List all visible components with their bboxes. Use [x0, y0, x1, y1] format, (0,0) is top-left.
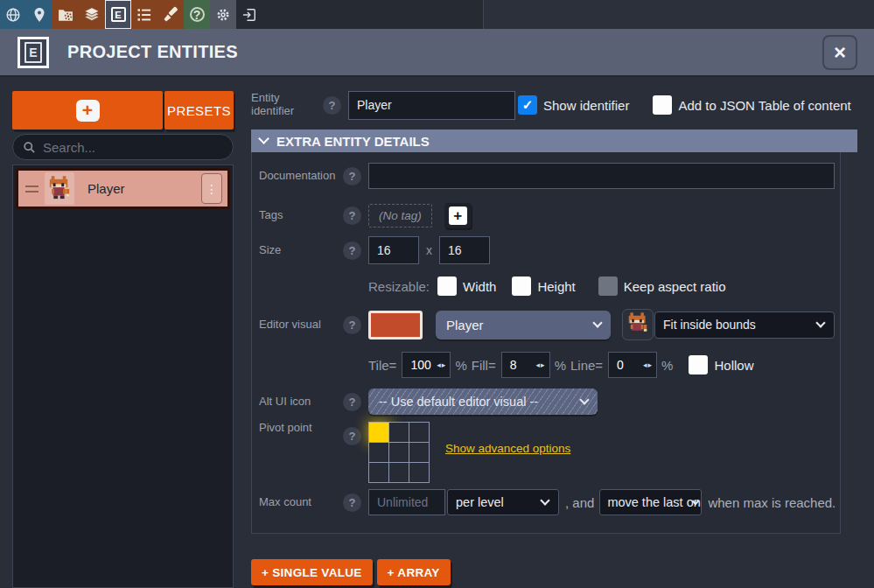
fill-opacity-input[interactable]: 8 ◂▸ — [501, 352, 550, 378]
chevron-down-icon — [579, 395, 589, 404]
settings-button[interactable] — [210, 0, 236, 29]
plus-icon: + — [76, 100, 100, 122]
pivot-help-icon[interactable]: ? — [343, 427, 361, 445]
entity-search[interactable]: Search... — [12, 134, 234, 160]
documentation-help-icon[interactable]: ? — [343, 167, 361, 186]
folder-gear-icon — [57, 6, 74, 24]
add-array-button[interactable]: + ARRAY — [377, 559, 451, 585]
documentation-row: Documentation ? — [252, 163, 840, 189]
max-count-row: Max count ? per level , and move the las… — [252, 489, 840, 515]
close-button[interactable]: × — [822, 35, 857, 70]
add-single-value-button[interactable]: + SINGLE VALUE — [251, 559, 373, 585]
identifier-row: Entity identifier ? ✓ Show identifier Ad… — [251, 89, 857, 121]
pivot-cell-middle-right[interactable] — [409, 443, 429, 462]
documentation-input[interactable] — [368, 163, 835, 189]
resizable-width-checkbox[interactable] — [437, 276, 457, 296]
show-advanced-options-link[interactable]: Show advanced options — [445, 442, 570, 455]
fill-opacity-value: 8 — [510, 358, 517, 372]
exit-button[interactable] — [236, 0, 262, 29]
alt-ui-help-icon[interactable]: ? — [343, 393, 361, 411]
pivot-cell-top-center[interactable] — [389, 423, 409, 442]
keep-aspect-checkbox[interactable] — [598, 276, 618, 296]
entities-logo-letter: E — [24, 42, 42, 63]
ellipsis-icon: ⋮ — [206, 182, 218, 196]
max-count-help-icon[interactable]: ? — [343, 494, 361, 512]
enums-button[interactable] — [131, 0, 157, 29]
layers-button[interactable] — [79, 0, 105, 29]
presets-button[interactable]: PRESETS — [164, 91, 234, 130]
percent-sign: % — [555, 358, 566, 373]
entities-icon: E — [111, 7, 126, 22]
list-icon — [136, 6, 153, 24]
search-placeholder: Search... — [43, 140, 95, 155]
hollow-label: Hollow — [714, 358, 753, 373]
checkmark-icon: ✓ — [522, 97, 534, 113]
pivot-cell-middle-left[interactable] — [369, 443, 388, 462]
extra-details-header[interactable]: EXTRA ENTITY DETAILS — [251, 130, 857, 152]
resizable-height-label: Height — [537, 279, 575, 294]
spinner-arrows-icon[interactable]: ◂▸ — [437, 360, 446, 369]
help-icon: ? — [190, 7, 205, 22]
add-entity-button[interactable]: + — [12, 91, 163, 130]
add-to-json-checkbox[interactable] — [653, 95, 672, 115]
show-identifier-checkbox[interactable]: ✓ — [518, 95, 537, 115]
no-tag-chip: (No tag) — [368, 204, 432, 228]
entity-color-swatch[interactable] — [368, 311, 423, 340]
resizable-height-checkbox[interactable] — [512, 276, 531, 296]
pivot-cell-center[interactable] — [389, 443, 409, 462]
pivot-cell-bottom-left[interactable] — [369, 463, 388, 482]
hollow-checkbox[interactable] — [689, 355, 708, 374]
pivot-cell-bottom-center[interactable] — [389, 463, 409, 482]
levels-button[interactable] — [26, 0, 52, 29]
entity-name: Player — [87, 181, 125, 196]
pivot-cell-bottom-right[interactable] — [409, 463, 429, 482]
tile-fit-select[interactable]: Fit inside bounds — [654, 312, 835, 339]
gear-icon — [214, 6, 232, 24]
app-toolbar: E ? — [0, 0, 874, 29]
alt-ui-icon-select[interactable]: -- Use default editor visual -- — [368, 388, 598, 415]
max-count-behavior-select[interactable]: move the last one instead — [599, 489, 702, 515]
plus-icon: + — [449, 206, 467, 225]
size-help-icon[interactable]: ? — [343, 242, 361, 260]
max-count-input[interactable] — [368, 489, 445, 515]
entity-context-menu-button[interactable]: ⋮ — [201, 173, 222, 204]
chevron-down-icon — [258, 133, 269, 144]
add-array-label: + ARRAY — [388, 566, 440, 579]
entity-list: Player ⋮ — [12, 164, 234, 588]
add-tag-button[interactable]: + — [444, 203, 472, 228]
width-input[interactable] — [368, 236, 419, 264]
entity-list-item-player[interactable]: Player ⋮ — [16, 168, 230, 209]
editor-visual-help-icon[interactable]: ? — [343, 316, 361, 334]
spinner-arrows-icon[interactable]: ◂▸ — [536, 360, 546, 369]
identifier-label: Entity identifier — [251, 92, 316, 118]
render-mode-select[interactable]: Player — [436, 311, 611, 340]
opacity-row: Tile= 100 ◂▸ % Fill= 8 ◂▸ % Line= 0 ◂▸ % — [252, 352, 840, 378]
tags-help-icon[interactable]: ? — [343, 206, 361, 225]
identifier-help-icon[interactable]: ? — [323, 96, 341, 115]
resizable-label: Resizable: — [368, 279, 430, 294]
pivot-cell-top-left[interactable] — [369, 423, 388, 442]
tilesets-button[interactable] — [157, 0, 184, 29]
paintbrush-icon — [162, 6, 179, 24]
line-opacity-input[interactable]: 0 ◂▸ — [608, 352, 657, 378]
height-input[interactable] — [439, 236, 490, 264]
drag-handle-icon[interactable] — [25, 186, 38, 192]
world-button[interactable] — [0, 0, 26, 29]
identifier-input[interactable] — [348, 91, 515, 120]
pivot-cell-top-right[interactable] — [409, 423, 429, 442]
tile-opacity-input[interactable]: 100 ◂▸ — [402, 352, 451, 378]
entities-button[interactable]: E — [105, 0, 131, 29]
tile-picker-button[interactable] — [622, 309, 654, 340]
project-settings-button[interactable] — [52, 0, 79, 29]
max-count-scope-value: per level — [456, 495, 504, 509]
spinner-arrows-icon[interactable]: ◂▸ — [643, 360, 653, 369]
help-button[interactable]: ? — [184, 0, 210, 29]
tile-opacity-label: Tile= — [368, 358, 396, 373]
max-count-label: Max count — [259, 496, 343, 509]
max-count-scope-select[interactable]: per level — [447, 489, 559, 515]
layers-icon — [83, 6, 101, 24]
editor-visual-label: Editor visual — [259, 318, 343, 332]
and-text: , and — [565, 495, 594, 510]
entity-sidebar: + PRESETS Search... — [12, 91, 234, 588]
documentation-label: Documentation — [259, 170, 343, 183]
